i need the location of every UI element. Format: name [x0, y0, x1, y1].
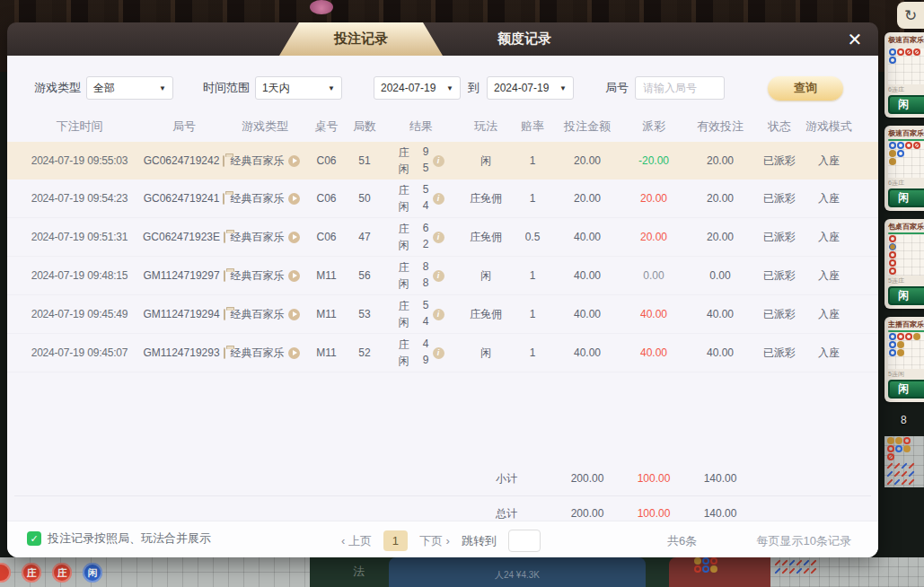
game-card[interactable]: 包桌百家乐 5连庄 闲 [884, 219, 924, 309]
player-bet-zone[interactable]: 人24 ¥4.3K [389, 557, 646, 587]
bead [887, 453, 894, 460]
current-page[interactable]: 1 [383, 530, 408, 551]
result-player-label: 闲 [399, 199, 409, 215]
play-icon[interactable] [288, 270, 300, 282]
road-mark [886, 470, 893, 477]
info-icon[interactable]: i [433, 347, 444, 359]
road-mark [810, 559, 816, 565]
search-button[interactable]: 查询 [768, 76, 843, 101]
checkbox-checked-icon[interactable]: ✓ [27, 531, 41, 546]
cell-bet-time: 2024-07-19 09:45:49 [14, 308, 145, 320]
bead [889, 341, 896, 348]
cell-play-type: 闲 [460, 153, 512, 169]
player-bet-button[interactable]: 闲 [888, 95, 924, 114]
cell-bet-amount: 20.00 [553, 192, 621, 205]
table-row[interactable]: 2024-07-19 09:48:15 GM1124719297 经典百家乐 M… [7, 257, 878, 295]
table-row[interactable]: 2024-07-19 09:45:49 GM1124719294 经典百家乐 M… [7, 295, 878, 334]
cell-status: 已派彩 [754, 268, 805, 284]
cell-round-id: GC0624719241 [144, 192, 220, 205]
cell-bet-time: 2024-07-19 09:55:03 [14, 154, 145, 167]
play-icon[interactable] [288, 347, 300, 359]
tab-bet-records[interactable]: 投注记录 [279, 22, 443, 56]
game-type-label: 游戏类型 [34, 80, 81, 96]
info-icon[interactable]: i [433, 193, 444, 205]
cell-round-id: GM1124719294 [143, 308, 219, 320]
copy-icon[interactable] [224, 232, 225, 243]
date-from-value: 2024-07-19 [381, 82, 436, 94]
copy-icon[interactable] [224, 270, 225, 282]
bead [913, 48, 920, 56]
game-card[interactable]: 极速百家乐 6连庄 闲 [884, 32, 924, 118]
bead [702, 557, 709, 565]
chevron-down-icon: ▼ [446, 84, 453, 92]
next-page-button[interactable]: 下页 › [419, 533, 450, 549]
time-range-select[interactable]: 1天内 ▼ [255, 76, 342, 100]
merge-checkbox-group[interactable]: ✓ 投注记录按照局、玩法合并展示 [27, 530, 211, 547]
game-card[interactable]: 主播百家乐 5连闲 闲 [884, 317, 924, 402]
info-icon[interactable]: i [433, 232, 444, 243]
bead [913, 142, 920, 149]
cell-bet-time: 2024-07-19 09:54:23 [14, 192, 145, 205]
game-type-select[interactable]: 全部 ▼ [86, 76, 173, 100]
play-icon[interactable] [288, 232, 300, 243]
bead [889, 333, 896, 340]
cell-play-type: 庄免佣 [460, 191, 512, 206]
road-mark [796, 559, 802, 565]
cell-result: 庄6 闲2 [399, 222, 429, 253]
cell-result: 庄8 闲8 [399, 260, 429, 292]
copy-icon[interactable] [224, 347, 225, 359]
info-icon[interactable]: i [433, 155, 444, 167]
date-from-select[interactable]: 2024-07-19 ▼ [374, 76, 461, 100]
cell-game-type: 经典百家乐 [231, 346, 285, 361]
date-to-select[interactable]: 2024-07-19 ▼ [487, 76, 574, 100]
cell-bet-amount: 20.00 [553, 154, 621, 167]
info-icon[interactable]: i [433, 309, 444, 320]
jump-page-input[interactable] [508, 530, 541, 552]
table-row[interactable]: 2024-07-19 09:51:31 GC062471923E 经典百家乐 C… [7, 218, 878, 257]
result-player-label: 闲 [399, 238, 409, 253]
bead [889, 267, 896, 275]
info-icon[interactable]: i [433, 270, 444, 282]
game-card[interactable]: 极速百家乐 6连庄 闲 [884, 126, 924, 211]
table-row[interactable]: 2024-07-19 09:45:07 GM1124719293 经典百家乐 M… [7, 334, 878, 372]
cell-payout: 40.00 [621, 346, 686, 359]
player-bet-button[interactable]: 闲 [888, 286, 924, 305]
round-input[interactable]: 请输入局号 [635, 76, 725, 100]
scoreboard-cluster [693, 557, 751, 587]
bead [895, 445, 902, 452]
game-card-title: 包桌百家乐 [888, 222, 924, 232]
player-bet-button[interactable]: 闲 [888, 188, 924, 207]
bead [889, 235, 896, 242]
sidebar-cards: 极速百家乐 6连庄 闲 极速百家乐 6连庄 闲 包桌百家乐 5连庄 闲 主播百家… [884, 32, 924, 487]
cell-payout: 20.00 [621, 231, 686, 243]
copy-icon[interactable] [224, 309, 225, 320]
bead-road [888, 48, 924, 84]
player-bet-button[interactable]: 闲 [888, 380, 924, 399]
cell-valid-bet: 40.00 [686, 308, 754, 320]
card-divider [888, 232, 924, 234]
tab-quota-records[interactable]: 额度记录 [443, 22, 606, 56]
bead [694, 557, 701, 565]
col-header: 局数 [347, 118, 383, 135]
cell-play-type: 闲 [460, 346, 512, 361]
streak-label: 6连庄 [888, 85, 924, 94]
col-header: 结果 [383, 118, 460, 135]
result-banker-value: 6 [423, 222, 429, 237]
cell-valid-bet: 20.00 [686, 154, 754, 167]
bead [889, 57, 896, 64]
close-icon[interactable]: ✕ [842, 27, 867, 52]
streak-label: 6连庄 [888, 179, 924, 188]
road-mark [788, 559, 795, 565]
play-icon[interactable] [288, 155, 300, 167]
refresh-button[interactable]: ↻ [897, 2, 924, 29]
table-row[interactable]: 2024-07-19 09:54:23 GC0624719241 经典百家乐 C… [7, 180, 878, 218]
cell-game-mode: 入座 [805, 230, 853, 245]
prev-page-button[interactable]: ‹ 上页 [341, 533, 372, 549]
table-row[interactable]: 2024-07-19 09:55:03 GC0624719242 经典百家乐 C… [7, 142, 878, 180]
result-banker-value: 9 [423, 145, 429, 161]
total-label: 总计 [460, 506, 553, 521]
play-icon[interactable] [288, 309, 300, 320]
cell-play-type: 闲 [460, 268, 512, 284]
play-icon[interactable] [288, 193, 300, 205]
banker-chip: 庄 [22, 563, 41, 583]
